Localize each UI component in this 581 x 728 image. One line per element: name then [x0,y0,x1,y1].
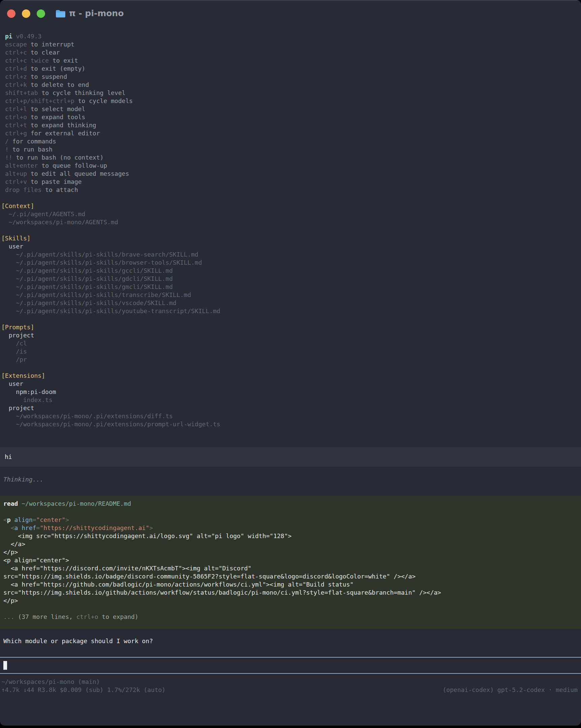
sections: [Context]~/.pi/agent/AGENTS.md~/workspac… [0,202,581,428]
section-row: ~/.pi/agent/AGENTS.md [1,210,581,218]
titlebar: π - pi-mono [0,0,581,27]
section-row: ~/.pi/agent/skills/pi-skills/gdcli/SKILL… [1,275,581,283]
app-version: v0.49.3 [16,33,42,40]
statusbar-row2: ↑4.7k ↓44 R3.8k $0.009 (sub) 1.7%/272k (… [1,686,578,694]
window-title: π - pi-mono [69,9,124,18]
code-line: <a href="https://discord.com/invite/nKXT… [3,564,578,572]
statusbar: ~/workspaces/pi-mono (main) ↑4.7k ↓44 R3… [1,678,578,694]
text-cursor [3,661,7,670]
cwd-branch: ~/workspaces/pi-mono (main) [1,678,578,686]
code-line: <p align="center"> [3,556,578,564]
code-line: </a> [3,540,578,548]
hint-line: ! to run bash [1,146,581,154]
hint-line: shift+tab to cycle thinking level [1,89,581,97]
section-row: project [1,331,581,339]
section-header: [Extensions] [1,372,581,380]
hint-line: alt+enter to queue follow-up [1,162,581,170]
hint-line: ctrl+p/shift+ctrl+p to cycle models [1,97,581,105]
code-line: <a href="https://github.com/badlogic/pi-… [3,580,578,589]
code-line: src="https://img.shields.io/github/actio… [3,589,578,597]
section-row: index.ts [1,396,581,404]
section-row: ~/workspaces/pi-mono/.pi/extensions/diff… [1,412,581,420]
terminal-window: π - pi-mono pi v0.49.3 escape to interru… [0,0,581,726]
folder-icon [55,9,65,18]
hint-line: ctrl+g for external editor [1,129,581,137]
version-line: pi v0.49.3 [1,32,581,41]
code-line: <img src="https://shittycodingagent.ai/l… [3,532,578,540]
section-row: ~/.pi/agent/skills/pi-skills/youtube-tra… [1,307,581,315]
code-line: <a href="https://shittycodingagent.ai"> [3,524,578,532]
section-skills: [Skills]user~/.pi/agent/skills/pi-skills… [1,234,581,315]
tool-call-header: read ~/workspaces/pi-mono/README.md [3,500,578,508]
startup-hints: pi v0.49.3 escape to interruptctrl+c to … [1,32,581,194]
hint-line: ctrl+v to paste image [1,178,581,186]
hint-line: ctrl+c twice to exit [1,57,581,64]
section-row: ~/.pi/agent/skills/pi-skills/transcribe/… [1,291,581,299]
section-row: project [1,404,581,412]
hint-line: drop files to attach [1,186,581,194]
section-header: [Prompts] [1,323,581,331]
section-row: user [1,380,581,388]
thinking-indicator: Thinking... [3,475,581,484]
section-row: ~/.pi/agent/skills/pi-skills/gmcli/SKILL… [1,283,581,291]
section-prompts: [Prompts]project/cl/is/pr [1,323,581,364]
section-row: ~/workspaces/pi-mono/.pi/extensions/prom… [1,420,581,428]
tool-call-block: read ~/workspaces/pi-mono/README.md <p a… [0,496,581,629]
tool-name: read [3,500,18,507]
section-row: /is [1,347,581,356]
section-row: /pr [1,356,581,364]
hint-line: alt+up to edit all queued messages [1,170,581,178]
tool-argument: ~/workspaces/pi-mono/README.md [22,500,131,507]
hint-line: ctrl+k to delete to end [1,81,581,89]
hint-line: !! to run bash (no context) [1,154,581,162]
code-lines: <p align="center"> <a href="https://shit… [3,516,578,621]
user-message-text: hi [5,453,576,461]
hint-line: ctrl+c to clear [1,49,581,57]
code-line: </p> [3,548,578,556]
user-message-block: hi [0,447,581,467]
window-controls [7,9,45,18]
blank-line [3,508,578,516]
hint-line: ctrl+t to expand thinking [1,121,581,129]
app-name: pi [5,33,12,40]
code-line [3,605,578,613]
code-line: ... (37 more lines, ctrl+o to expand) [3,613,578,621]
hint-line: ctrl+d to exit (empty) [1,64,581,73]
hint-line: ctrl+z to suspend [1,73,581,81]
maximize-button[interactable] [37,9,45,18]
hints-list: escape to interruptctrl+c to clearctrl+c… [1,41,581,194]
section-row: ~/.pi/agent/skills/pi-skills/brave-searc… [1,251,581,259]
token-stats: ↑4.7k ↓44 R3.8k $0.009 (sub) 1.7%/272k (… [1,686,166,694]
section-row: ~/.pi/agent/skills/pi-skills/gccli/SKILL… [1,267,581,275]
section-header: [Skills] [1,234,581,242]
code-line: <p align="center"> [3,516,578,524]
code-line: src="https://img.shields.io/badge/discor… [3,572,578,580]
section-row: ~/.pi/agent/skills/pi-skills/browser-too… [1,259,581,267]
section-row: /cl [1,339,581,347]
section-context: [Context]~/.pi/agent/AGENTS.md~/workspac… [1,202,581,226]
code-line: </p> [3,597,578,605]
section-row: ~/workspaces/pi-mono/AGENTS.md [1,218,581,226]
model-indicator: (openai-codex) gpt-5.2-codex · medium [443,686,578,694]
section-row: user [1,242,581,251]
hint-line: ctrl+l to select model [1,105,581,113]
section-header: [Context] [1,202,581,210]
assistant-question: Which module or package should I work on… [3,637,581,645]
minimize-button[interactable] [22,9,30,18]
prompt-input[interactable] [0,657,581,674]
close-button[interactable] [7,9,16,18]
hint-line: escape to interrupt [1,41,581,49]
section-extensions: [Extensions]usernpm:pi-doomindex.tsproje… [1,372,581,428]
hint-line: / for commands [1,137,581,146]
section-row: ~/.pi/agent/skills/pi-skills/vscode/SKIL… [1,299,581,307]
hint-line: ctrl+o to expand tools [1,113,581,121]
section-row: npm:pi-doom [1,388,581,396]
